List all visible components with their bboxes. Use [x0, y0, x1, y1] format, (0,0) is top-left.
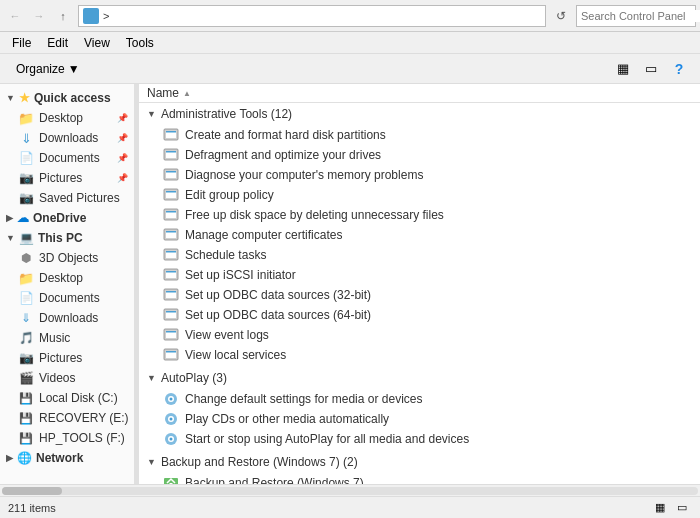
folder-icon: 📁	[18, 110, 34, 126]
name-column-label: Name	[147, 86, 179, 100]
list-item[interactable]: View event logs	[139, 325, 700, 345]
search-input[interactable]	[581, 10, 700, 22]
sidebar-item-documents-quick[interactable]: 📄 Documents 📌	[0, 148, 134, 168]
organize-button[interactable]: Organize ▼	[8, 60, 88, 78]
address-text: >	[103, 10, 541, 22]
sidebar: ▼ ★ Quick access 📁 Desktop 📌 ⇓ Downloads…	[0, 84, 135, 484]
list-item[interactable]: Play CDs or other media automatically	[139, 409, 700, 429]
address-bar[interactable]: >	[78, 5, 546, 27]
help-button[interactable]: ?	[666, 57, 692, 81]
sidebar-music-label: Music	[39, 331, 70, 345]
list-item[interactable]: Edit group policy	[139, 185, 700, 205]
autoplay-chevron-icon: ▼	[147, 373, 156, 383]
pin-icon: 📌	[117, 113, 128, 123]
svg-rect-26	[166, 291, 176, 293]
list-item[interactable]: Set up ODBC data sources (32-bit)	[139, 285, 700, 305]
sidebar-documents-pc-label: Documents	[39, 291, 100, 305]
sidebar-item-videos[interactable]: 🎬 Videos	[0, 368, 134, 388]
list-item[interactable]: Set up ODBC data sources (64-bit)	[139, 305, 700, 325]
admin-tools-chevron-icon: ▼	[147, 109, 156, 119]
category-header-autoplay[interactable]: ▼ AutoPlay (3)	[139, 367, 700, 389]
search-bar[interactable]: 🔍	[576, 5, 696, 27]
sidebar-onedrive-header[interactable]: ▶ ☁ OneDrive	[0, 208, 134, 228]
sidebar-local-disk-label: Local Disk (C:)	[39, 391, 118, 405]
forward-button[interactable]: →	[28, 5, 50, 27]
autoplay-icon	[163, 431, 179, 447]
sidebar-item-desktop-quick[interactable]: 📁 Desktop 📌	[0, 108, 134, 128]
sidebar-item-saved-pictures[interactable]: 📷 Saved Pictures	[0, 188, 134, 208]
sidebar-hp-tools-label: HP_TOOLS (F:)	[39, 431, 125, 445]
list-item[interactable]: Change default settings for media or dev…	[139, 389, 700, 409]
category-header-backup[interactable]: ▼ Backup and Restore (Windows 7) (2)	[139, 451, 700, 473]
tool-icon	[163, 267, 179, 283]
sidebar-item-downloads-quick[interactable]: ⇓ Downloads 📌	[0, 128, 134, 148]
menu-edit[interactable]: Edit	[39, 32, 76, 54]
sidebar-item-pictures-quick[interactable]: 📷 Pictures 📌	[0, 168, 134, 188]
sidebar-network-header[interactable]: ▶ 🌐 Network	[0, 448, 134, 468]
backup-icon	[163, 475, 179, 484]
sort-icon: ▲	[183, 89, 191, 98]
list-item[interactable]: Start or stop using AutoPlay for all med…	[139, 429, 700, 449]
list-item[interactable]: Manage computer certificates	[139, 225, 700, 245]
tool-icon	[163, 287, 179, 303]
sidebar-item-local-disk[interactable]: 💾 Local Disk (C:)	[0, 388, 134, 408]
sidebar-item-desktop-pc[interactable]: 📁 Desktop	[0, 268, 134, 288]
svg-rect-32	[166, 331, 176, 333]
back-button[interactable]: ←	[4, 5, 26, 27]
file-list: Name ▲ ▼ Administrative Tools (12) Creat…	[139, 84, 700, 484]
preview-pane-button[interactable]: ▭	[638, 57, 664, 81]
sidebar-onedrive-label: OneDrive	[33, 211, 86, 225]
list-item[interactable]: Backup and Restore (Windows 7)	[139, 473, 700, 484]
horizontal-scrollbar[interactable]	[0, 484, 700, 496]
scroll-thumb[interactable]	[2, 487, 62, 495]
pictures-pc-icon: 📷	[18, 350, 34, 366]
menu-file[interactable]: File	[4, 32, 39, 54]
item-count-label: 211 items	[8, 502, 56, 514]
list-item[interactable]: Create and format hard disk partitions	[139, 125, 700, 145]
list-item[interactable]: Free up disk space by deleting unnecessa…	[139, 205, 700, 225]
refresh-button[interactable]: ↺	[550, 5, 572, 27]
sidebar-item-hp-tools[interactable]: 💾 HP_TOOLS (F:)	[0, 428, 134, 448]
category-header-admin-tools[interactable]: ▼ Administrative Tools (12)	[139, 103, 700, 125]
sidebar-item-pictures-pc[interactable]: 📷 Pictures	[0, 348, 134, 368]
menu-tools[interactable]: Tools	[118, 32, 162, 54]
sidebar-thispc-header[interactable]: ▼ 💻 This PC	[0, 228, 134, 248]
status-bar-right: ▦ ▭	[650, 499, 692, 517]
up-button[interactable]: ↑	[52, 5, 74, 27]
sidebar-item-music[interactable]: 🎵 Music	[0, 328, 134, 348]
menu-view[interactable]: View	[76, 32, 118, 54]
autoplay-icon	[163, 411, 179, 427]
address-icon	[83, 8, 99, 24]
scroll-track[interactable]	[2, 487, 698, 495]
large-icons-button[interactable]: ▭	[672, 499, 692, 517]
list-item[interactable]: View local services	[139, 345, 700, 365]
autoplay-label: AutoPlay (3)	[161, 371, 227, 385]
pin-icon: 📌	[117, 133, 128, 143]
tool-icon	[163, 167, 179, 183]
3dobjects-icon: ⬢	[18, 250, 34, 266]
sidebar-desktop-pc-label: Desktop	[39, 271, 83, 285]
list-item[interactable]: Schedule tasks	[139, 245, 700, 265]
sidebar-quick-access-header[interactable]: ▼ ★ Quick access	[0, 88, 134, 108]
sidebar-item-documents-pc[interactable]: 📄 Documents	[0, 288, 134, 308]
disk-icon: 💾	[18, 390, 34, 406]
name-column-header[interactable]: Name ▲	[147, 86, 692, 100]
recovery-icon: 💾	[18, 410, 34, 426]
svg-rect-29	[166, 311, 176, 313]
tool-icon	[163, 127, 179, 143]
view-toggle-button[interactable]: ▦	[610, 57, 636, 81]
list-item[interactable]: Set up iSCSI initiator	[139, 265, 700, 285]
sidebar-desktop-label: Desktop	[39, 111, 83, 125]
details-view-button[interactable]: ▦	[650, 499, 670, 517]
sidebar-item-3dobjects[interactable]: ⬢ 3D Objects	[0, 248, 134, 268]
sidebar-item-recovery[interactable]: 💾 RECOVERY (E:)	[0, 408, 134, 428]
sidebar-thispc-label: This PC	[38, 231, 83, 245]
column-header: Name ▲	[139, 84, 700, 103]
network-chevron-icon: ▶	[6, 453, 13, 463]
list-item[interactable]: Defragment and optimize your drives	[139, 145, 700, 165]
quick-access-icon: ★	[19, 91, 30, 105]
list-item[interactable]: Diagnose your computer's memory problems	[139, 165, 700, 185]
svg-point-41	[170, 418, 173, 421]
tool-icon	[163, 327, 179, 343]
sidebar-item-downloads-pc[interactable]: ⇓ Downloads	[0, 308, 134, 328]
